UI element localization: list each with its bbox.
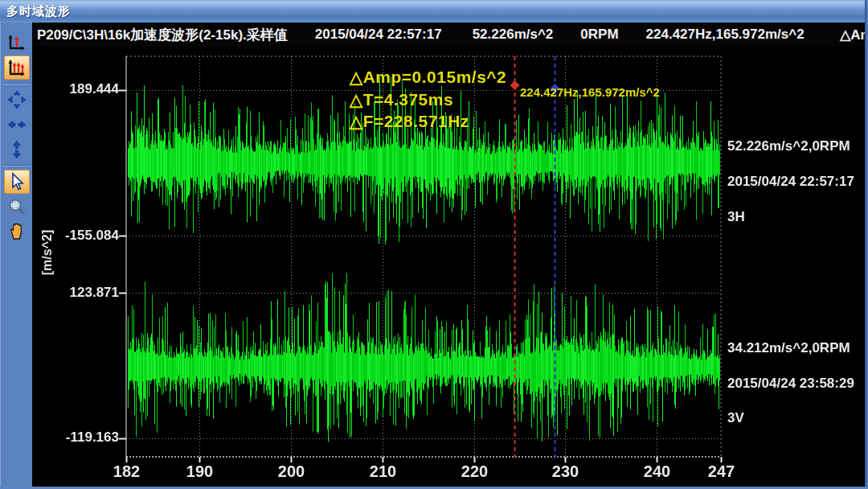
mouse-pointer-icon — [7, 172, 27, 191]
x-tick-label: 247 — [703, 462, 740, 481]
magnifier-icon — [7, 197, 27, 216]
header-cursor-readout: 224.427Hz,165.972m/s^2 — [646, 27, 805, 43]
y-axis-unit-label: [m/s^2] — [40, 216, 55, 289]
axis-multi-arrow-icon — [7, 58, 27, 77]
x-tick-label: 230 — [547, 462, 584, 481]
window-titlebar: 多时域波形 — [0, 0, 868, 23]
pan-all-directions-icon[interactable] — [4, 88, 30, 112]
left-toolbar — [0, 23, 32, 489]
trace1-level-label: 52.226m/s^2,0RPM — [727, 138, 868, 154]
header-rpm: 0RPM — [580, 27, 618, 43]
header-timestamp: 2015/04/24 22:57:17 — [315, 27, 442, 43]
window-title: 多时域波形 — [6, 4, 71, 19]
trace1-timestamp-label: 2015/04/24 22:57:17 — [727, 174, 868, 190]
x-tick-label: 210 — [365, 462, 402, 481]
delta-amp-annotation: △Amp=0.015m/s^2 — [350, 68, 506, 87]
cursor-select-icon[interactable] — [4, 170, 30, 194]
horizontal-arrows-icon — [7, 115, 27, 134]
cursor-readout-label: 224.427Hz,165.972m/s^2 — [520, 85, 660, 99]
delta-freq-annotation: △F=228.571Hz — [350, 112, 469, 131]
pan-hand-tool-icon[interactable] — [4, 220, 30, 244]
ytick-top-max: 189.444 — [32, 81, 119, 97]
four-way-arrows-icon — [7, 90, 27, 109]
hand-icon — [7, 222, 27, 241]
x-tick-label: 240 — [639, 462, 676, 481]
x-tick-label: 220 — [457, 462, 493, 481]
toolbar-separator — [3, 83, 30, 84]
expand-horizontal-icon[interactable] — [4, 113, 30, 137]
trace2-timestamp-label: 2015/04/24 23:58:29 — [727, 376, 868, 392]
single-waveform-view-icon[interactable] — [4, 31, 30, 55]
x-tick-label: 190 — [182, 462, 219, 481]
ytick-bottom-min: -119.163 — [32, 429, 119, 446]
x-tick-label: 200 — [273, 462, 310, 481]
vertical-arrows-icon — [7, 140, 27, 159]
axis-single-arrow-icon — [7, 33, 27, 52]
header-delta-amp-truncated: △Amp — [840, 27, 868, 43]
expand-vertical-icon[interactable] — [4, 138, 30, 162]
trace2-level-label: 34.212m/s^2,0RPM — [727, 340, 868, 356]
zoom-tool-icon[interactable] — [4, 195, 30, 219]
trace1-channel-label: 3H — [727, 209, 868, 225]
multi-waveform-view-icon[interactable] — [4, 55, 30, 80]
delta-time-annotation: △T=4.375ms — [350, 90, 453, 109]
waveform-header-row: P209/C\3H\16k加速度波形(2-15k).采样值 2015/04/24… — [32, 23, 868, 47]
trace2-channel-label: 3V — [727, 410, 868, 426]
app-window: 多时域波形 P209/C\3H\16k加速度波形(2-15k).采样值 2015… — [0, 0, 868, 489]
toolbar-separator — [3, 165, 30, 166]
header-amplitude: 52.226m/s^2 — [473, 27, 554, 43]
x-tick-label: 182 — [108, 462, 145, 481]
window-right-edge — [865, 0, 868, 489]
signal-path-label: P209/C\3H\16k加速度波形(2-15k).采样值 — [37, 26, 288, 44]
